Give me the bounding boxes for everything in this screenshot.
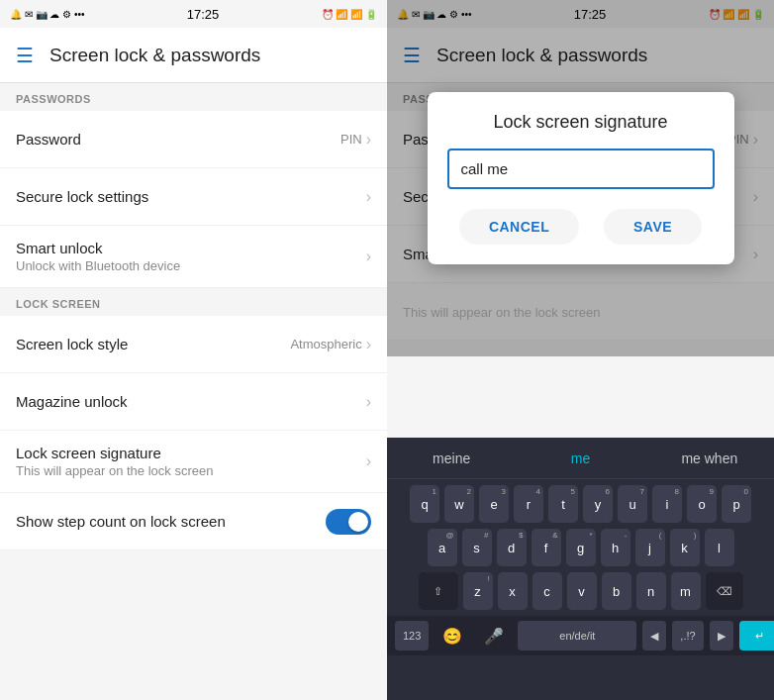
- key-h[interactable]: -h: [601, 529, 630, 566]
- key-left[interactable]: ◀: [642, 621, 666, 650]
- left-item-lock-screen-signature-subtitle: This will appear on the lock screen: [16, 463, 213, 478]
- key-punctuation[interactable]: ,.!?: [672, 621, 703, 650]
- key-shift[interactable]: ⇧: [419, 572, 458, 610]
- left-status-right-icons: ⏰ 📶 📶 🔋: [322, 9, 377, 20]
- left-page-title: Screen lock & passwords: [49, 45, 260, 66]
- key-z[interactable]: !z: [463, 572, 493, 610]
- left-item-secure-lock-title: Secure lock settings: [16, 188, 148, 205]
- key-x[interactable]: x: [498, 572, 528, 610]
- autocomplete-me-when[interactable]: me when: [645, 443, 774, 474]
- key-l[interactable]: l: [705, 529, 734, 566]
- cancel-button[interactable]: CANCEL: [459, 209, 579, 245]
- autocomplete-meine[interactable]: meine: [387, 443, 516, 474]
- key-e[interactable]: 3e: [479, 485, 509, 523]
- left-menu-icon[interactable]: ☰: [16, 44, 34, 67]
- left-item-secure-lock-chevron: ›: [366, 188, 371, 206]
- left-status-time: 17:25: [187, 7, 220, 22]
- left-item-smart-unlock-chevron: ›: [366, 248, 371, 265]
- key-j[interactable]: (j: [635, 529, 665, 566]
- key-123[interactable]: 123: [395, 621, 429, 650]
- keyboard-rows: 1q 2w 3e 4r 5t 6y 7u 8i 9o 0p @a #s $d &…: [387, 479, 774, 616]
- key-mic[interactable]: 🎤: [476, 621, 512, 650]
- key-o[interactable]: 9o: [687, 485, 717, 523]
- left-item-smart-unlock-subtitle: Unlock with Bluetooth device: [16, 258, 180, 273]
- dialog-input[interactable]: [447, 149, 715, 189]
- left-item-step-count-title: Show step count on lock screen: [16, 513, 226, 530]
- key-f[interactable]: &f: [532, 529, 561, 566]
- left-status-bar: 🔔 ✉ 📷 ☁ ⚙ ••• 17:25 ⏰ 📶 📶 🔋: [0, 0, 387, 28]
- left-header: ☰ Screen lock & passwords: [0, 28, 387, 83]
- key-language[interactable]: en/de/it: [518, 621, 636, 650]
- virtual-keyboard: meine me me when 1q 2w 3e 4r 5t 6y 7u 8i…: [387, 438, 774, 700]
- key-w[interactable]: 2w: [444, 485, 474, 523]
- key-v[interactable]: v: [567, 572, 597, 610]
- left-item-screen-lock-style-chevron: ›: [366, 336, 371, 353]
- left-item-magazine-unlock[interactable]: Magazine unlock ›: [0, 373, 387, 431]
- left-item-password-value: PIN: [340, 132, 362, 147]
- dialog-actions: CANCEL SAVE: [447, 209, 715, 245]
- key-t[interactable]: 5t: [548, 485, 578, 523]
- dialog-title: Lock screen signature: [447, 112, 715, 133]
- save-button[interactable]: SAVE: [604, 209, 702, 245]
- left-item-magazine-unlock-title: Magazine unlock: [16, 393, 128, 410]
- key-m[interactable]: m: [671, 572, 701, 610]
- key-k[interactable]: )k: [670, 529, 700, 566]
- left-item-lock-screen-signature-title: Lock screen signature: [16, 445, 213, 461]
- left-item-screen-lock-style-value: Atmospheric: [290, 337, 361, 351]
- autocomplete-me[interactable]: me: [516, 443, 644, 474]
- dialog-overlay: Lock screen signature CANCEL SAVE: [387, 0, 774, 356]
- left-item-screen-lock-style-title: Screen lock style: [16, 336, 128, 352]
- key-n[interactable]: n: [636, 572, 666, 610]
- left-item-smart-unlock[interactable]: Smart unlock Unlock with Bluetooth devic…: [0, 226, 387, 288]
- left-item-password-title: Password: [16, 131, 81, 148]
- left-panel: 🔔 ✉ 📷 ☁ ⚙ ••• 17:25 ⏰ 📶 📶 🔋 ☰ Screen loc…: [0, 0, 387, 700]
- key-d[interactable]: $d: [497, 529, 527, 566]
- left-section-passwords-label: PASSWORDS: [0, 83, 387, 111]
- key-delete[interactable]: ⌫: [706, 572, 743, 610]
- left-item-password-chevron: ›: [366, 131, 371, 149]
- key-emoji[interactable]: 😊: [435, 621, 470, 650]
- right-panel: 🔔 ✉ 📷 ☁ ⚙ ••• 17:25 ⏰ 📶 📶 🔋 ☰ Screen loc…: [387, 0, 774, 700]
- left-section-lockscreen-label: LOCK SCREEN: [0, 288, 387, 316]
- lock-screen-signature-dialog: Lock screen signature CANCEL SAVE: [428, 92, 734, 264]
- left-status-left-icons: 🔔 ✉ 📷 ☁ ⚙ •••: [10, 9, 84, 20]
- key-enter[interactable]: ↵: [739, 621, 774, 650]
- keyboard-row-numbers: 1q 2w 3e 4r 5t 6y 7u 8i 9o 0p: [391, 485, 770, 523]
- left-item-smart-unlock-title: Smart unlock: [16, 240, 180, 256]
- step-count-toggle[interactable]: [326, 509, 371, 535]
- key-p[interactable]: 0p: [722, 485, 751, 523]
- key-i[interactable]: 8i: [652, 485, 682, 523]
- key-a[interactable]: @a: [428, 529, 457, 566]
- left-item-screen-lock-style[interactable]: Screen lock style Atmospheric ›: [0, 316, 387, 373]
- left-item-secure-lock[interactable]: Secure lock settings ›: [0, 168, 387, 226]
- left-item-lock-screen-signature[interactable]: Lock screen signature This will appear o…: [0, 431, 387, 493]
- key-c[interactable]: c: [532, 572, 562, 610]
- key-right[interactable]: ▶: [710, 621, 733, 650]
- keyboard-row-asdf: @a #s $d &f *g -h (j )k l: [391, 529, 770, 566]
- key-y[interactable]: 6y: [583, 485, 613, 523]
- key-u[interactable]: 7u: [618, 485, 647, 523]
- keyboard-bottom-bar: 123 😊 🎤 en/de/it ◀ ,.!? ▶ ↵: [387, 616, 774, 655]
- keyboard-row-zxcv: ⇧ !z x c v b n m ⌫: [391, 572, 770, 610]
- key-q[interactable]: 1q: [410, 485, 439, 523]
- left-item-password[interactable]: Password PIN ›: [0, 111, 387, 168]
- key-b[interactable]: b: [602, 572, 631, 610]
- key-r[interactable]: 4r: [514, 485, 543, 523]
- key-g[interactable]: *g: [566, 529, 596, 566]
- autocomplete-bar: meine me me when: [387, 438, 774, 479]
- key-s[interactable]: #s: [462, 529, 492, 566]
- left-item-magazine-unlock-chevron: ›: [366, 393, 371, 411]
- left-item-step-count[interactable]: Show step count on lock screen: [0, 493, 387, 550]
- left-item-lock-screen-signature-chevron: ›: [366, 452, 371, 470]
